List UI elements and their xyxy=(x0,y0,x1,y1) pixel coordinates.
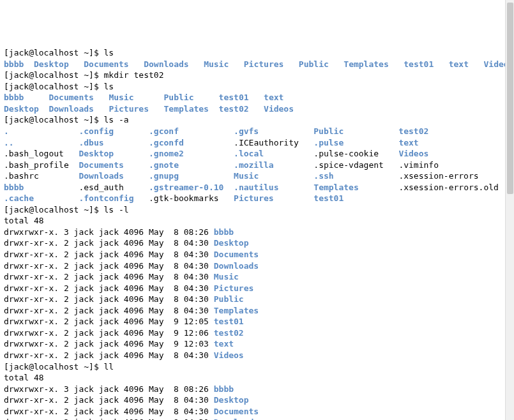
directory-entry: Desktop xyxy=(4,104,39,114)
ls-long-row: drwxr-xr-x. 2 jack jack 4096 May 8 04:30… xyxy=(4,237,510,249)
directory-entry: .cache xyxy=(4,193,34,203)
ls-long-row: drwxr-xr-x. 2 jack jack 4096 May 8 04:30… xyxy=(4,283,510,294)
file-entry: .bashrc xyxy=(4,171,39,181)
ls-output-row: .bashrc Downloads .gnupg Music .ssh .xse… xyxy=(4,170,510,182)
command-mkdir: mkdir test02 xyxy=(104,70,164,80)
terminal-output[interactable]: [jack@localhost ~]$ lsbbbb Desktop Docum… xyxy=(4,47,510,420)
ls-output-row: bbbb .esd_auth .gstreamer-0.10 .nautilus… xyxy=(4,182,510,193)
command-lsa: ls -a xyxy=(104,115,129,124)
prompt-line: [jack@localhost ~]$ mkdir test02 xyxy=(4,70,510,81)
directory-entry: .fontconfig xyxy=(79,193,133,203)
command-ls: ls xyxy=(104,48,114,57)
file-entry: .gtk-bookmarks xyxy=(149,193,219,203)
ls-long-row: drwxr-xr-x. 2 jack jack 4096 May 8 04:30… xyxy=(4,417,510,420)
directory-entry: .gnote xyxy=(149,160,179,170)
directory-entry: Downloads xyxy=(49,104,93,114)
directory-entry: Downloads xyxy=(144,59,188,69)
directory-entry: Desktop xyxy=(34,59,69,69)
directory-entry: Documents xyxy=(79,160,123,170)
directory-entry: Documents xyxy=(84,59,128,69)
ls-output-row: Desktop Downloads Pictures Templates tes… xyxy=(4,103,510,115)
command-ls: ls xyxy=(104,82,114,91)
directory-entry: .. xyxy=(4,138,14,147)
directory-entry: text xyxy=(398,138,418,147)
directory-entry: Documents xyxy=(49,93,93,102)
file-entry: .xsession-errors xyxy=(398,171,478,181)
prompt-line: [jack@localhost ~]$ ls -l xyxy=(4,204,510,216)
directory-entry: bbbb xyxy=(4,59,24,69)
directory-entry: .ssh xyxy=(314,171,333,181)
ls-long-row: drwxrwxr-x. 2 jack jack 4096 May 9 12:05… xyxy=(4,316,510,327)
directory-entry: .gconf xyxy=(149,126,179,136)
prompt-line: [jack@localhost ~]$ ls -a xyxy=(4,114,510,126)
ls-long-row: drwxr-xr-x. 2 jack jack 4096 May 8 04:30… xyxy=(4,350,510,361)
directory-entry: Pictures xyxy=(244,59,284,69)
directory-entry: Downloads xyxy=(79,171,123,181)
directory-entry: Music xyxy=(214,272,239,281)
directory-entry: text xyxy=(214,339,234,349)
directory-entry: .gconfd xyxy=(149,138,184,147)
ls-output-row: .bash_profile Documents .gnote .mozilla … xyxy=(4,160,510,171)
directory-entry: text xyxy=(264,93,283,102)
directory-entry: .gvfs xyxy=(234,126,259,136)
scroll-thumb[interactable] xyxy=(507,3,513,194)
ls-long-row: drwxrwxr-x. 2 jack jack 4096 May 9 12:06… xyxy=(4,327,510,339)
directory-entry: Templates xyxy=(164,104,209,114)
directory-entry: Downloads xyxy=(214,261,259,271)
directory-entry: Downloads xyxy=(214,417,259,420)
directory-entry: test01 xyxy=(314,193,344,203)
directory-entry: Templates xyxy=(314,183,358,192)
directory-entry: Public xyxy=(214,294,244,304)
file-entry: .xsession-errors.old xyxy=(398,183,499,192)
ls-long-row: drwxrwxr-x. 3 jack jack 4096 May 8 08:26… xyxy=(4,227,510,238)
directory-entry: . xyxy=(4,126,9,136)
directory-entry: .mozilla xyxy=(234,160,274,170)
ls-long-row: drwxr-xr-x. 2 jack jack 4096 May 8 04:30… xyxy=(4,394,510,406)
ls-long-row: drwxrwxr-x. 2 jack jack 4096 May 9 12:03… xyxy=(4,338,510,350)
command-lsl: ls -l xyxy=(104,205,129,214)
ls-long-row: drwxrwxr-x. 3 jack jack 4096 May 8 08:26… xyxy=(4,384,510,395)
directory-entry: .local xyxy=(234,149,264,158)
directory-entry: Pictures xyxy=(109,104,149,114)
ls-output-row: .. .dbus .gconfd .ICEauthority .pulse te… xyxy=(4,137,510,149)
directory-entry: Documents xyxy=(214,250,259,259)
ls-long-row: drwxr-xr-x. 2 jack jack 4096 May 8 04:30… xyxy=(4,406,510,417)
ls-output-row: .bash_logout Desktop .gnome2 .local .pul… xyxy=(4,148,510,160)
directory-entry: .gnupg xyxy=(149,171,179,181)
directory-entry: .config xyxy=(79,126,114,136)
total-line: total 48 xyxy=(4,215,510,227)
directory-entry: .gnome2 xyxy=(149,149,184,158)
directory-entry: Desktop xyxy=(214,238,249,248)
ls-long-row: drwxr-xr-x. 2 jack jack 4096 May 8 04:30… xyxy=(4,271,510,283)
prompt-line: [jack@localhost ~]$ ls xyxy=(4,47,510,59)
directory-entry: Videos xyxy=(214,350,244,360)
directory-entry: Videos xyxy=(264,104,294,114)
directory-entry: Templates xyxy=(214,306,259,315)
file-entry: .spice-vdagent xyxy=(314,160,384,170)
directory-entry: Public xyxy=(314,126,344,136)
directory-entry: Public xyxy=(299,59,329,69)
directory-entry: Public xyxy=(164,93,194,102)
ls-output-row: bbbb Documents Music Public test01 text xyxy=(4,92,510,103)
directory-entry: .dbus xyxy=(79,138,103,147)
directory-entry: Desktop xyxy=(79,149,114,158)
directory-entry: test02 xyxy=(214,328,244,338)
directory-entry: Documents xyxy=(214,407,259,416)
file-entry: .ICEauthority xyxy=(234,138,299,147)
directory-entry: Music xyxy=(234,171,259,181)
prompt-line: [jack@localhost ~]$ ls xyxy=(4,81,510,93)
directory-entry: test01 xyxy=(214,317,244,326)
directory-entry: bbbb xyxy=(4,183,24,192)
directory-entry: Desktop xyxy=(214,395,249,405)
file-entry: .pulse-cookie xyxy=(314,149,379,158)
ls-long-row: drwxr-xr-x. 2 jack jack 4096 May 8 04:30… xyxy=(4,260,510,272)
directory-entry: bbbb xyxy=(214,384,234,394)
directory-entry: Templates xyxy=(344,59,388,69)
ls-output-row: .cache .fontconfig .gtk-bookmarks Pictur… xyxy=(4,193,510,204)
ls-output-row: . .config .gconf .gvfs Public test02 xyxy=(4,126,510,137)
directory-entry: test02 xyxy=(219,104,249,114)
command-ll: ll xyxy=(104,362,114,371)
scrollbar[interactable] xyxy=(505,0,514,420)
ls-output-row: bbbb Desktop Documents Downloads Music P… xyxy=(4,59,510,70)
directory-entry: Pictures xyxy=(214,283,254,293)
